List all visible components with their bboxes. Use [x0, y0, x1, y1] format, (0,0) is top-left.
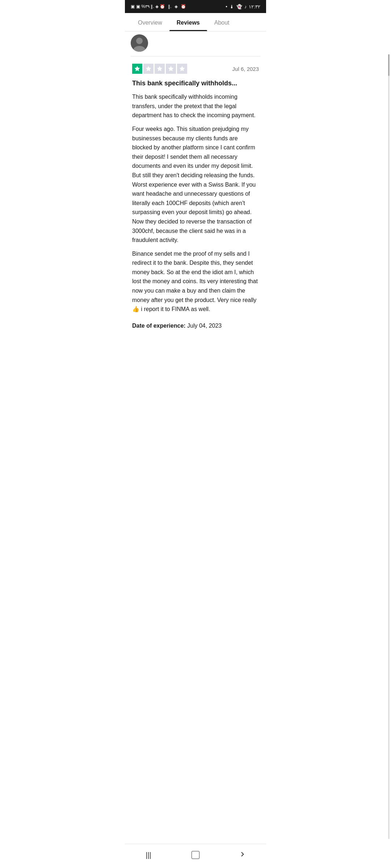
tab-reviews[interactable]: Reviews — [169, 13, 207, 31]
dot-indicator: • — [226, 4, 227, 9]
divider — [131, 56, 260, 56]
date-of-experience: Date of experience: July 04, 2023 — [132, 323, 259, 329]
review-body: This bank specifically withholds incomin… — [132, 92, 259, 314]
tiktok-icon: ♪ — [244, 4, 247, 9]
avatar — [131, 34, 148, 52]
wifi-icon: ◈ — [175, 4, 178, 9]
star-3 — [155, 64, 165, 74]
status-left: ▣ ▣ %۳۹ ‖. ◈ ⏰ ‖. ◈ ⏰ — [131, 4, 186, 9]
alarm-icon: ⏰ — [181, 4, 186, 9]
star-2 — [143, 64, 154, 74]
star-1 — [132, 64, 142, 74]
clock-time: ۱۲:۳۲ — [249, 4, 260, 9]
snapchat-icon: 👻 — [236, 4, 242, 9]
tab-overview[interactable]: Overview — [131, 13, 169, 31]
tab-navigation: Overview Reviews About — [125, 13, 266, 31]
svg-point-1 — [136, 38, 143, 44]
signal-icon: ‖. — [168, 4, 171, 9]
status-right: • 🌡 👻 ♪ ۱۲:۳۲ — [226, 4, 260, 9]
profile-area — [125, 31, 266, 55]
tab-about[interactable]: About — [207, 13, 237, 31]
review-card: Jul 6, 2023 This bank specifically withh… — [125, 58, 266, 344]
status-bar: ▣ ▣ %۳۹ ‖. ◈ ⏰ ‖. ◈ ⏰ • 🌡 👻 ♪ ۱۲:۳۲ — [125, 0, 266, 13]
review-title: This bank specifically withholds... — [132, 79, 259, 88]
battery-icon: ▣ — [131, 4, 135, 9]
star-4 — [166, 64, 176, 74]
location-icon: 🌡 — [230, 4, 234, 9]
battery-percent: ▣ %۳۹ ‖. ◈ ⏰ — [136, 4, 165, 9]
date-of-experience-label: Date of experience: — [132, 323, 186, 329]
review-meta: Jul 6, 2023 — [132, 64, 259, 74]
star-5 — [177, 64, 187, 74]
review-date: Jul 6, 2023 — [232, 66, 259, 72]
stars-container — [132, 64, 187, 74]
date-of-experience-value: July 04, 2023 — [187, 323, 222, 329]
